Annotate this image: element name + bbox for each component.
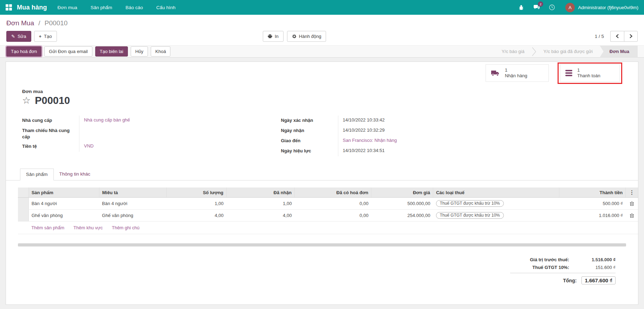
control-panel: Đơn Mua / P00010 ✎ Sửa + Tạo In Hành độn… [0,15,644,45]
row-handle[interactable] [18,198,28,210]
apps-menu-icon[interactable] [6,4,12,11]
cell-product: Ghế văn phòng [28,210,99,222]
systray: 2 A Administrator (fj6nyue0vi9m) [518,3,638,12]
user-menu[interactable]: A Administrator (fj6nyue0vi9m) [565,3,638,12]
pager-previous-button[interactable] [610,31,624,42]
top-navbar: Mua hàng Đơn mua Sản phẩm Báo cáo Cấu hì… [0,0,644,15]
pager-buttons [610,31,638,42]
handle-column-header [18,188,28,198]
breadcrumb: Đơn Mua / P00010 [6,19,638,27]
effective-date-label: Ngày hiệu lực [281,146,338,156]
field-currency: Tiền tệ VND [22,142,274,152]
menu-don-mua[interactable]: Đơn mua [58,5,77,10]
col-unit-price[interactable]: Đơn giá [371,188,433,198]
tax-tag: Thuế GTGT được khấu trừ 10% [436,200,504,207]
table-row[interactable]: Ghế văn phòng Ghế văn phòng 4,00 4,00 0,… [18,210,638,222]
field-groups: Nhà cung cấp Nhà cung cấp bàn ghế Tham c… [6,106,638,156]
col-quantity[interactable]: Số lượng [166,188,226,198]
add-product-link[interactable]: Thêm sản phẩm [31,225,64,230]
pager-next-button[interactable] [624,31,638,42]
main-menu: Đơn mua Sản phẩm Báo cáo Cấu hình [58,5,176,10]
favorite-star-icon[interactable]: ☆ [22,96,31,105]
currency-label: Tiền tệ [22,142,79,152]
grand-total-label: Tổng: [563,278,577,283]
col-product[interactable]: Sản phẩm [28,188,99,198]
totals-block: Giá trị trước thuế: 1.516.000 ₫ Thuế GTG… [510,257,616,284]
vendor-reference-label: Tham chiếu Nhà cung cấp [22,126,79,142]
tab-products[interactable]: Sản phẩm [20,169,54,180]
create-button[interactable]: + Tạo [34,31,57,42]
totals-divider [510,273,616,273]
cancel-button[interactable]: Hủy [131,46,148,57]
optional-columns-icon[interactable]: ⋮ [629,189,635,196]
vendor-reference-value[interactable] [79,126,274,142]
col-billed[interactable]: Đã có hoá đơn [294,188,371,198]
create-receipt-button[interactable]: Tạo biên lai [95,46,128,57]
breadcrumb-parent[interactable]: Đơn Mua [6,19,34,27]
list-icon [565,70,572,76]
edit-button-label: Sửa [18,34,26,39]
tax-amount-row: Thuế GTGT 10%: 151.600 ₫ [510,265,616,270]
menu-san-pham[interactable]: Sản phẩm [91,5,112,10]
tax-tag: Thuế GTGT được khấu trừ 10% [436,212,504,219]
col-description[interactable]: Miêu tả [99,188,166,198]
currency-value[interactable]: VND [84,143,93,149]
debug-bug-icon[interactable] [518,4,525,11]
delete-row-icon[interactable] [629,213,635,218]
delete-row-icon[interactable] [629,201,635,206]
send-by-email-button[interactable]: Gửi Đơn qua email [44,46,92,57]
table-row[interactable]: Bàn 4 người Bàn 4 người 1,00 1,00 0,00 5… [18,198,638,210]
form-sheet: 1 Nhận hàng 1 Thanh toán Đơn mua ☆ P [6,61,638,305]
menu-bao-cao[interactable]: Báo cáo [125,5,143,10]
col-received[interactable]: Đã nhận [226,188,294,198]
field-group-right: Ngày xác nhận 14/10/2022 10:33:42 Ngày n… [281,116,533,156]
receipts-smart-button[interactable]: 1 Nhận hàng [486,64,549,82]
print-button[interactable]: In [263,31,284,42]
stage-purchase-order[interactable]: Đơn Mua [600,46,638,58]
add-line-links: Thêm sản phẩm Thêm khu vực Thêm ghi chú [31,225,635,230]
plus-icon: + [39,34,42,39]
statusbar: Tạo hoá đơn Gửi Đơn qua email Tạo biên l… [0,45,644,58]
stage-rfq-sent[interactable]: Y/c báo giá đã được gửi [536,46,600,58]
title-block: Đơn mua ☆ P00010 [6,82,638,106]
create-invoice-button[interactable]: Tạo hoá đơn [6,46,41,57]
cell-billed: 0,00 [294,210,371,222]
add-note-link[interactable]: Thêm ghi chú [112,225,139,230]
stage-rfq[interactable]: Y/c báo giá [495,46,532,58]
add-section-link[interactable]: Thêm khu vực [73,225,103,230]
receipt-date-label: Ngày nhận [281,126,338,136]
vendor-label: Nhà cung cấp [22,116,79,126]
activities-clock-icon[interactable] [548,4,555,11]
untaxed-amount-label: Giá trị trước thuế: [530,257,569,262]
cell-billed: 0,00 [294,198,371,210]
field-receipt-date: Ngày nhận 14/10/2022 10:32:29 [281,126,533,136]
messages-icon[interactable]: 2 [533,4,540,11]
cell-received: 1,00 [226,198,294,210]
page-title: P00010 [35,95,70,106]
pencil-icon: ✎ [11,34,15,39]
cell-description: Bàn 4 người [99,198,166,210]
edit-button[interactable]: ✎ Sửa [6,31,31,42]
lock-button[interactable]: Khoá [151,46,170,57]
payments-count: 1 [577,67,600,73]
col-subtotal[interactable]: Thành tiền [559,188,626,198]
stage-chevron-icon [532,46,536,58]
untaxed-amount-value: 1.516.000 ₫ [569,257,616,262]
field-group-left: Nhà cung cấp Nhà cung cấp bàn ghế Tham c… [22,116,274,156]
payments-smart-button[interactable]: 1 Thanh toán [560,64,620,82]
truck-icon [491,70,500,77]
action-button[interactable]: Hành động [287,31,326,42]
add-line-row: Thêm sản phẩm Thêm khu vực Thêm ghi chú [18,222,638,234]
menu-cau-hinh[interactable]: Cấu hình [156,5,176,10]
tab-other-info[interactable]: Thông tin khác [54,169,96,180]
confirmation-date-label: Ngày xác nhận [281,116,338,126]
statusbar-buttons: Tạo hoá đơn Gửi Đơn qua email Tạo biên l… [6,46,170,57]
cell-subtotal: 1.016.000 ₫ [559,210,626,222]
vendor-value[interactable]: Nhà cung cấp bàn ghế [84,117,130,123]
row-handle[interactable] [18,210,28,222]
app-brand[interactable]: Mua hàng [17,4,47,11]
grand-total-row: Tổng: 1.667.600 ₫ [510,276,616,284]
horizontal-scrollbar[interactable] [18,243,626,246]
deliver-to-value[interactable]: San Francisco: Nhận hàng [343,138,397,143]
col-taxes[interactable]: Các loại thuế [433,188,559,198]
